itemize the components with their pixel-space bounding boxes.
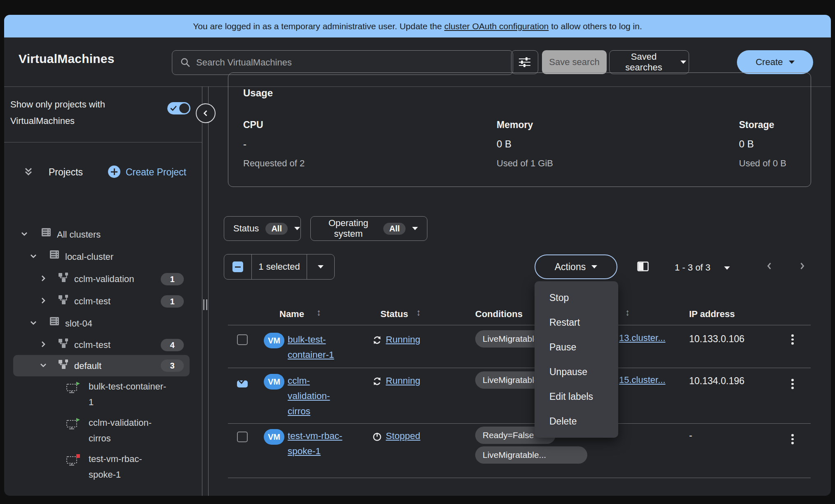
sidebar-divider <box>4 142 202 142</box>
tree-item-cclm-test[interactable]: cclm-test <box>74 294 110 309</box>
condition-pill: LiveMigratable... <box>475 446 587 464</box>
vm-count-badge: 4 <box>161 339 184 351</box>
banner-text: You are logged in as a temporary adminis… <box>193 21 444 31</box>
cpu-sub: Requested of 2 <box>243 158 305 169</box>
os-filter-label: Operating system <box>320 218 377 239</box>
column-header-name[interactable]: Name <box>279 309 304 320</box>
screen: You are logged in as a temporary adminis… <box>0 0 835 504</box>
vm-name-link[interactable]: cclm-validation-cirros <box>288 373 346 419</box>
actions-dropdown-button[interactable]: Actions <box>535 254 617 279</box>
tree-item-vm-test-vm-rbac-spoke-1[interactable]: test-vm-rbac-spoke-1 <box>89 451 167 483</box>
cluster-icon <box>40 226 52 240</box>
search-box[interactable] <box>172 50 513 75</box>
bulk-select-checkbox-cell[interactable] <box>224 254 252 279</box>
sort-icon[interactable]: ↕ <box>317 307 321 318</box>
row-kebab-menu[interactable] <box>790 333 795 346</box>
saved-searches-dropdown[interactable]: Saved searches <box>609 50 689 74</box>
memory-value: 0 B <box>497 138 511 150</box>
bulk-select-checkbox[interactable] <box>232 261 243 272</box>
tree-item-all-clusters[interactable]: All clusters <box>57 227 101 243</box>
chevron-down-icon[interactable] <box>20 229 29 240</box>
status-filter-dropdown[interactable]: Status All <box>224 216 301 241</box>
ip-address-value: - <box>689 430 692 441</box>
node-link[interactable]: 13.cluster... <box>619 333 666 343</box>
running-status-icon <box>372 376 382 388</box>
menu-item-restart[interactable]: Restart <box>535 310 618 335</box>
menu-item-stop[interactable]: Stop <box>535 285 618 310</box>
cpu-value: - <box>243 138 246 150</box>
cpu-label: CPU <box>243 119 263 131</box>
splitter-drag-handle[interactable] <box>206 299 207 310</box>
pagination-range[interactable]: 1 - 3 of 3 <box>675 262 711 273</box>
save-search-button[interactable]: Save search <box>542 50 607 74</box>
row-checkbox[interactable] <box>237 334 248 345</box>
column-header-ip-address[interactable]: IP address <box>689 309 735 320</box>
chevron-left-icon <box>202 109 210 117</box>
row-kebab-menu[interactable] <box>790 432 795 446</box>
cluster-icon <box>49 249 60 262</box>
search-input[interactable] <box>195 57 513 68</box>
menu-item-edit-labels[interactable]: Edit labels <box>535 384 618 409</box>
create-button[interactable]: Create <box>737 50 813 74</box>
check-icon <box>237 376 248 386</box>
chevron-down-icon[interactable] <box>29 318 38 329</box>
vm-status-link[interactable]: Running <box>386 334 420 345</box>
chevron-right-icon[interactable] <box>39 274 48 285</box>
vm-kind-badge: VM <box>264 333 284 348</box>
plus-circle-icon[interactable] <box>108 166 120 178</box>
advanced-filter-button[interactable] <box>511 50 538 74</box>
column-header-conditions[interactable]: Conditions <box>475 309 523 320</box>
show-only-projects-toggle[interactable] <box>167 102 190 114</box>
chevron-down-icon <box>412 227 418 230</box>
table-bottom-divider <box>228 478 811 478</box>
os-filter-dropdown[interactable]: Operating system All <box>310 216 427 241</box>
chevron-left-icon <box>765 261 774 271</box>
chevron-down-icon[interactable] <box>29 252 38 262</box>
menu-item-delete[interactable]: Delete <box>535 409 618 434</box>
sort-icon[interactable]: ↕ <box>416 307 421 318</box>
chevron-right-icon[interactable] <box>39 340 48 350</box>
vm-status-link[interactable]: Running <box>386 376 420 386</box>
row-kebab-menu[interactable] <box>790 377 795 391</box>
sidebar-collapse-button[interactable] <box>196 103 216 123</box>
vm-kind-badge: VM <box>264 429 284 445</box>
sidebar-splitter-line <box>202 86 202 496</box>
running-status-icon <box>372 335 382 347</box>
pagination-next-button[interactable] <box>797 261 807 273</box>
splitter-drag-handle[interactable] <box>203 299 204 310</box>
pagination-caret-icon[interactable] <box>724 266 730 270</box>
menu-item-unpause[interactable]: Unpause <box>535 359 618 384</box>
row-checkbox[interactable] <box>237 432 248 442</box>
menu-item-pause[interactable]: Pause <box>535 335 618 359</box>
vm-name-link[interactable]: test-vm-rbac-spoke-1 <box>288 428 346 459</box>
status-filter-label: Status <box>233 223 259 234</box>
tree-item-slot-04[interactable]: slot-04 <box>65 316 92 331</box>
collapse-all-icon[interactable] <box>23 167 34 179</box>
banner-text-after: to allow others to log in. <box>549 21 642 31</box>
row-checkbox-checked[interactable] <box>237 380 248 387</box>
vm-status-link[interactable]: Stopped <box>386 431 420 441</box>
selected-count[interactable]: 1 selected <box>252 254 307 279</box>
sort-icon[interactable]: ↕ <box>625 307 630 318</box>
saved-searches-label: Saved searches <box>612 51 676 73</box>
chevron-right-icon <box>797 261 807 271</box>
bulk-select-caret-cell[interactable] <box>307 254 334 279</box>
tree-item-vm-bulk-test-container-1[interactable]: bulk-test-container-1 <box>89 379 167 410</box>
vm-count-badge: 3 <box>161 359 184 372</box>
pagination-prev-button[interactable] <box>765 261 774 273</box>
column-header-status[interactable]: Status <box>380 309 408 320</box>
chevron-down-icon[interactable] <box>39 361 48 371</box>
vm-count-badge: 1 <box>161 295 184 308</box>
tree-item-local-cluster[interactable]: local-cluster <box>65 249 113 265</box>
oauth-config-link[interactable]: cluster OAuth configuration <box>444 21 549 31</box>
tree-item-default[interactable]: default <box>74 358 101 374</box>
tree-item-cclm-test-slot04[interactable]: cclm-test <box>74 337 110 353</box>
chevron-right-icon[interactable] <box>39 296 48 307</box>
tree-item-vm-cclm-validation-cirros[interactable]: cclm-validation-cirros <box>89 415 167 446</box>
tree-item-cclm-validation[interactable]: cclm-validation <box>74 271 134 287</box>
create-label: Create <box>755 57 783 68</box>
node-link[interactable]: 15.cluster... <box>619 375 666 385</box>
vm-name-link[interactable]: bulk-test-container-1 <box>288 332 346 362</box>
create-project-link[interactable]: Create Project <box>126 167 186 178</box>
manage-columns-button[interactable] <box>637 261 649 273</box>
